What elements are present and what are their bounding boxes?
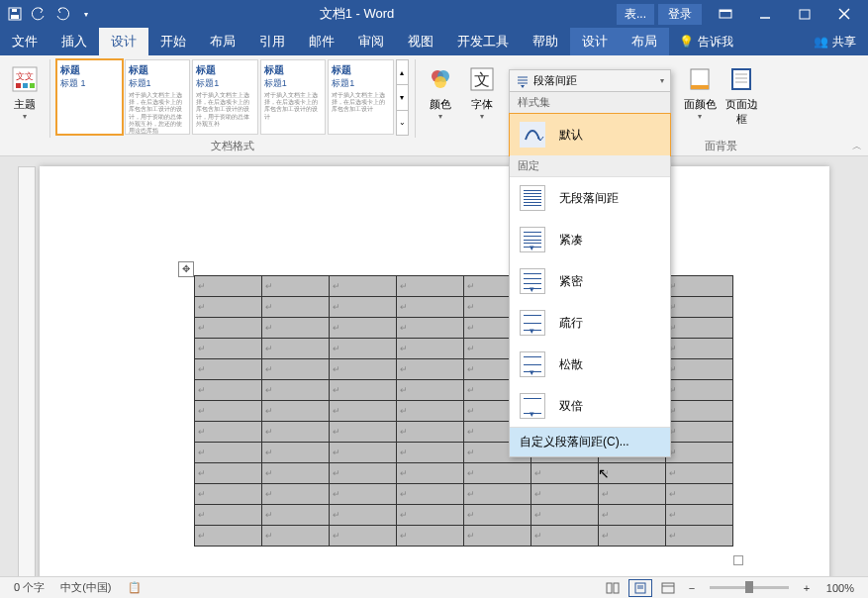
table-cell[interactable]: ↵ <box>397 339 464 359</box>
style-gallery[interactable]: 标题 标题 1 标题 标题1 对于插入文档主上选择，在后选项卡上的库包含加工设计… <box>56 59 409 135</box>
zoom-level[interactable]: 100% <box>819 582 862 594</box>
tab-view[interactable]: 视图 <box>396 28 445 55</box>
table-cell[interactable]: ↵ <box>330 505 397 526</box>
table-cell[interactable]: ↵ <box>195 297 262 318</box>
table-cell[interactable]: ↵ <box>195 443 262 463</box>
table-move-handle[interactable]: ✥ <box>178 261 194 277</box>
vertical-ruler[interactable] <box>18 166 36 576</box>
view-read-mode[interactable] <box>601 579 625 597</box>
table-cell[interactable]: ↵ <box>666 526 733 547</box>
table-cell[interactable]: ↵ <box>195 505 262 526</box>
save-button[interactable] <box>4 3 26 25</box>
table-cell[interactable]: ↵ <box>464 526 531 547</box>
tab-references[interactable]: 引用 <box>247 28 297 55</box>
table-cell[interactable]: ↵ <box>397 318 464 339</box>
undo-button[interactable] <box>28 3 49 25</box>
table-cell[interactable]: ↵ <box>330 443 397 463</box>
style-set-item[interactable]: 标题 标题1 对于插入文档主上选择，在后选项卡上的库包含加工设计 <box>328 59 394 135</box>
table-cell[interactable]: ↵ <box>262 359 330 380</box>
table-cell[interactable]: ↵ <box>262 526 330 547</box>
table-cell[interactable]: ↵ <box>262 463 330 484</box>
table-cell[interactable]: ↵ <box>195 339 262 359</box>
table-cell[interactable]: ↵ <box>599 484 666 505</box>
table-cell[interactable]: ↵ <box>330 276 397 297</box>
tab-mailings[interactable]: 邮件 <box>297 28 346 55</box>
tab-table-layout[interactable]: 布局 <box>620 28 669 55</box>
tab-review[interactable]: 审阅 <box>346 28 396 55</box>
close-button[interactable] <box>824 0 864 28</box>
table-cell[interactable]: ↵ <box>666 359 733 380</box>
table-cell[interactable]: ↵ <box>330 359 397 380</box>
ribbon-display-options[interactable] <box>706 0 745 28</box>
table-cell[interactable]: ↵ <box>262 380 330 401</box>
table-cell[interactable]: ↵ <box>195 422 262 443</box>
view-print-layout[interactable] <box>628 579 652 597</box>
share-button[interactable]: 👥 共享 <box>802 34 868 50</box>
table-cell[interactable]: ↵ <box>397 422 464 443</box>
table-cell[interactable]: ↵ <box>330 422 397 443</box>
table-cell[interactable]: ↵ <box>666 422 733 443</box>
table-cell[interactable]: ↵ <box>195 276 262 297</box>
spacing-tight[interactable]: ▾ 紧密 <box>510 260 670 302</box>
table-cell[interactable]: ↵ <box>330 380 397 401</box>
table-cell[interactable]: ↵ <box>195 359 262 380</box>
table-cell[interactable]: ↵ <box>397 505 464 526</box>
zoom-out-button[interactable]: − <box>684 582 700 594</box>
tab-insert[interactable]: 插入 <box>49 28 99 55</box>
table-cell[interactable]: ↵ <box>666 484 733 505</box>
table-cell[interactable]: ↵ <box>195 526 262 547</box>
spacing-none[interactable]: 无段落间距 <box>510 177 670 219</box>
table-cell[interactable]: ↵ <box>262 297 330 318</box>
table-cell[interactable]: ↵ <box>330 463 397 484</box>
table-resize-handle[interactable] <box>733 555 743 565</box>
table-cell[interactable]: ↵ <box>195 380 262 401</box>
table-cell[interactable]: ↵ <box>195 463 262 484</box>
word-count[interactable]: 0 个字 <box>6 580 52 595</box>
table-cell[interactable]: ↵ <box>397 380 464 401</box>
table-cell[interactable]: ↵ <box>262 339 330 359</box>
view-web-layout[interactable] <box>656 579 680 597</box>
tab-home[interactable]: 开始 <box>148 28 198 55</box>
gallery-scroll-up[interactable]: ▴ <box>396 59 409 85</box>
table-cell[interactable]: ↵ <box>330 401 397 422</box>
table-cell[interactable]: ↵ <box>397 443 464 463</box>
table-cell[interactable]: ↵ <box>531 526 599 547</box>
table-cell[interactable]: ↵ <box>464 505 531 526</box>
table-cell[interactable]: ↵ <box>599 505 666 526</box>
table-cell[interactable]: ↵ <box>531 463 599 484</box>
spacing-custom[interactable]: 自定义段落间距(C)... <box>510 427 670 456</box>
table-cell[interactable]: ↵ <box>666 401 733 422</box>
table-cell[interactable]: ↵ <box>330 318 397 339</box>
page[interactable]: ✥ ↵↵↵↵↵↵↵↵↵↵↵↵↵↵↵↵↵↵↵↵↵↵↵↵↵↵↵↵↵↵↵↵↵↵↵↵↵↵… <box>40 166 829 576</box>
tab-table-design[interactable]: 设计 <box>570 28 620 55</box>
table-cell[interactable]: ↵ <box>262 422 330 443</box>
table-cell[interactable]: ↵ <box>397 359 464 380</box>
table-cell[interactable]: ↵ <box>262 484 330 505</box>
tab-design[interactable]: 设计 <box>99 28 148 55</box>
table-cell[interactable]: ↵ <box>464 463 531 484</box>
table-cell[interactable]: ↵ <box>330 297 397 318</box>
signin-button[interactable]: 登录 <box>658 4 702 25</box>
table-cell[interactable]: ↵ <box>195 318 262 339</box>
qat-customize[interactable]: ▾ <box>75 3 97 25</box>
zoom-slider[interactable] <box>710 586 789 589</box>
table-cell[interactable]: ↵ <box>195 401 262 422</box>
spacing-compact[interactable]: ▾ 紧凑 <box>510 219 670 260</box>
table-cell[interactable]: ↵ <box>397 276 464 297</box>
themes-button[interactable]: 文文 主题 ▾ <box>6 59 44 121</box>
style-set-item[interactable]: 标题 标题1 对于插入文档主上选择，在后选项卡上的库包含加工设计的设计 <box>260 59 327 135</box>
table-cell[interactable]: ↵ <box>262 276 330 297</box>
table-cell[interactable]: ↵ <box>397 401 464 422</box>
table-cell[interactable]: ↵ <box>666 297 733 318</box>
table-cell[interactable]: ↵ <box>397 463 464 484</box>
table-cell[interactable]: ↵ <box>666 339 733 359</box>
style-set-item[interactable]: 标题 标题 1 <box>56 59 123 135</box>
table-cell[interactable]: ↵ <box>330 526 397 547</box>
table-cell[interactable]: ↵ <box>330 484 397 505</box>
spacing-relaxed[interactable]: ▾ 松散 <box>510 344 670 385</box>
table-cell[interactable]: ↵ <box>262 443 330 463</box>
table-cell[interactable]: ↵ <box>666 276 733 297</box>
table-cell[interactable]: ↵ <box>599 463 666 484</box>
table-cell[interactable]: ↵ <box>195 484 262 505</box>
table-cell[interactable]: ↵ <box>397 297 464 318</box>
